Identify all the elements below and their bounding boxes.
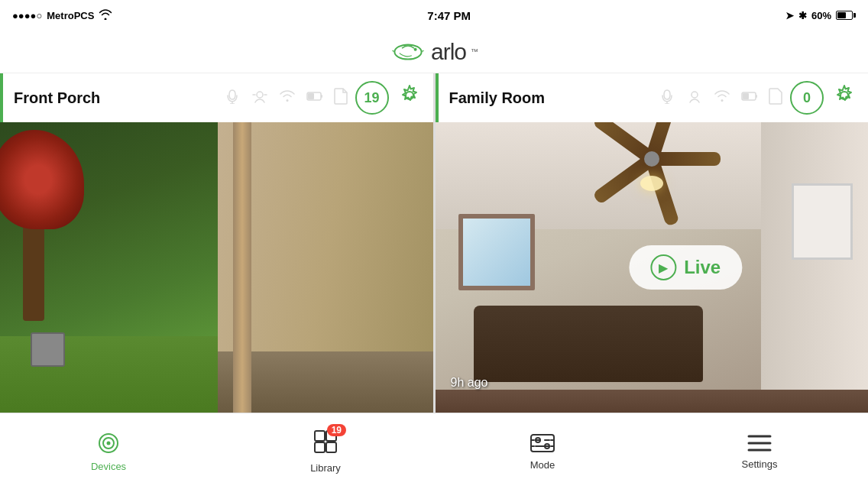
svg-rect-14 [743, 93, 749, 99]
devices-icon [96, 430, 121, 456]
app-header: arlo ™ [0, 31, 868, 73]
bluetooth-icon: ✱ [798, 10, 807, 21]
audio-icon [224, 89, 241, 107]
svg-rect-6 [321, 95, 322, 98]
family-sd-icon [769, 88, 782, 108]
svg-rect-13 [756, 95, 757, 98]
live-button[interactable]: ▶ Live [629, 245, 742, 290]
family-room-title: Family Room [449, 89, 652, 107]
svg-point-18 [107, 442, 111, 445]
time-display: 7:47 PM [427, 9, 471, 22]
fan-center [644, 151, 659, 167]
library-label: Library [310, 462, 341, 474]
wall-art [792, 183, 853, 260]
tree-top [0, 130, 84, 229]
front-porch-settings-btn[interactable] [397, 83, 423, 114]
motion-icon [251, 89, 268, 107]
library-badge: 19 [327, 424, 346, 436]
svg-rect-7 [308, 93, 314, 99]
family-room-feed[interactable]: ▶ Live 9h ago [436, 122, 869, 413]
window [458, 214, 535, 290]
svg-rect-19 [315, 431, 325, 441]
status-right: ➤ ✱ 60% [785, 10, 856, 21]
live-play-icon: ▶ [650, 254, 676, 280]
front-porch-feed[interactable] [0, 122, 433, 413]
svg-point-1 [414, 47, 417, 50]
wifi-status-icon [99, 9, 112, 22]
svg-point-4 [257, 92, 263, 98]
signal-dots: ●●●●○ [12, 10, 42, 21]
svg-rect-21 [315, 442, 325, 452]
main-content: Front Porch [0, 73, 868, 413]
library-icon-wrap: 19 [313, 429, 338, 458]
battery-percent: 60% [811, 10, 831, 21]
family-room-count-badge[interactable]: 0 [790, 81, 824, 115]
svg-rect-23 [531, 435, 554, 452]
front-porch-count-badge[interactable]: 19 [355, 81, 389, 115]
svg-point-11 [691, 92, 698, 98]
tm-mark: ™ [471, 47, 478, 56]
arlo-bird-icon [390, 38, 426, 66]
ac-unit [31, 332, 65, 367]
wifi-icon [279, 89, 296, 106]
light-fixture [640, 176, 663, 191]
floor [436, 390, 869, 413]
family-room-status-icons [659, 88, 782, 108]
arlo-logo: arlo ™ [390, 38, 478, 66]
location-icon: ➤ [785, 10, 794, 21]
front-porch-panel: Front Porch [0, 73, 436, 413]
nav-devices[interactable]: Devices [0, 424, 217, 478]
family-room-settings-btn[interactable] [831, 83, 857, 114]
status-left: ●●●●○ MetroPCS [12, 9, 112, 22]
settings-label: Settings [742, 458, 778, 470]
logo-text: arlo [431, 39, 466, 65]
live-label: Live [684, 257, 721, 278]
right-wall [761, 122, 868, 413]
family-battery-icon [741, 91, 758, 105]
nav-library[interactable]: 19 Library [217, 423, 434, 480]
nav-mode[interactable]: Mode [434, 426, 651, 477]
family-motion-icon [686, 89, 703, 107]
status-bar: ●●●●○ MetroPCS 7:47 PM ➤ ✱ 60% [0, 0, 868, 31]
feed-right-panel [218, 122, 433, 413]
svg-rect-22 [326, 442, 336, 452]
porch-post [233, 122, 251, 413]
battery-icon [836, 11, 856, 20]
bottom-nav: Devices 19 Library Mode [0, 413, 868, 489]
family-room-timestamp: 9h ago [451, 376, 488, 390]
devices-label: Devices [91, 461, 126, 472]
carrier-label: MetroPCS [47, 10, 94, 21]
settings-icon [747, 432, 772, 454]
family-wifi-icon [714, 89, 730, 106]
front-porch-title: Front Porch [14, 89, 216, 107]
front-porch-header: Front Porch [0, 73, 433, 122]
mode-icon [530, 432, 555, 455]
nav-settings[interactable]: Settings [651, 426, 868, 476]
family-audio-icon [659, 89, 675, 107]
family-room-panel: Family Room [436, 73, 869, 413]
sd-card-icon [334, 88, 348, 108]
svg-point-0 [394, 44, 421, 59]
mode-label: Mode [530, 459, 555, 471]
front-porch-status-icons [224, 88, 348, 108]
family-room-header: Family Room [436, 73, 869, 122]
camera-battery-icon [306, 91, 323, 105]
feed-left-panel [0, 122, 218, 413]
